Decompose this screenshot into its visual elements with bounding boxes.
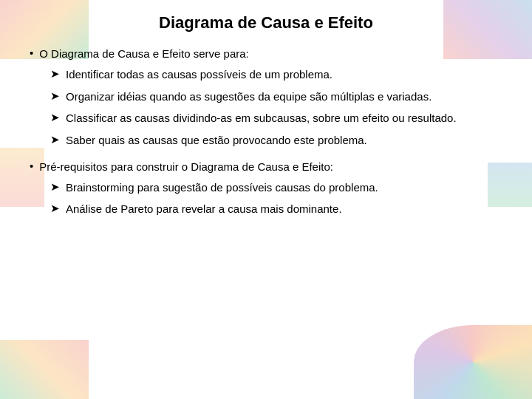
section-2: • Pré-requisitos para construir o Diagra… <box>30 159 502 217</box>
item-text-4: Saber quais as causas que estão provocan… <box>66 132 367 149</box>
item-text-1: Identificar todas as causas possíveis de… <box>66 66 332 83</box>
item-text-5: Brainstorming para sugestão de possíveis… <box>66 180 378 196</box>
list-item: ➤ Saber quais as causas que estão provoc… <box>50 132 502 149</box>
item-text-2: Organizar idéias quando as sugestões da … <box>66 89 432 105</box>
page-title: Diagrama de Causa e Efeito <box>30 13 502 33</box>
bullet-dot-1: • <box>30 47 33 59</box>
item-text-3: Classificar as causas dividindo-as em su… <box>66 110 457 126</box>
arrow-icon-2: ➤ <box>50 89 60 103</box>
arrow-icon-3: ➤ <box>50 111 60 124</box>
item-text-6: Análise de Pareto para revelar a causa m… <box>66 201 342 217</box>
list-item: ➤ Classificar as causas dividindo-as em … <box>50 110 502 126</box>
section-1-bullet: • O Diagrama de Causa e Efeito serve par… <box>30 46 502 62</box>
arrow-icon-4: ➤ <box>50 133 60 146</box>
section-2-bullet: • Pré-requisitos para construir o Diagra… <box>30 159 502 175</box>
section-1-title: O Diagrama de Causa e Efeito serve para: <box>39 46 248 62</box>
section-1: • O Diagrama de Causa e Efeito serve par… <box>30 46 502 149</box>
list-item: ➤ Análise de Pareto para revelar a causa… <box>50 201 502 217</box>
list-item: ➤ Brainstorming para sugestão de possíve… <box>50 180 502 196</box>
bullet-dot-2: • <box>30 160 33 172</box>
section-2-title: Pré-requisitos para construir o Diagrama… <box>39 159 333 175</box>
section-2-items: ➤ Brainstorming para sugestão de possíve… <box>50 180 502 218</box>
list-item: ➤ Organizar idéias quando as sugestões d… <box>50 89 502 105</box>
arrow-icon-5: ➤ <box>50 180 60 194</box>
list-item: ➤ Identificar todas as causas possíveis … <box>50 66 502 83</box>
arrow-icon-1: ➤ <box>50 67 60 81</box>
arrow-icon-6: ➤ <box>50 202 60 215</box>
section-1-items: ➤ Identificar todas as causas possíveis … <box>50 66 502 149</box>
